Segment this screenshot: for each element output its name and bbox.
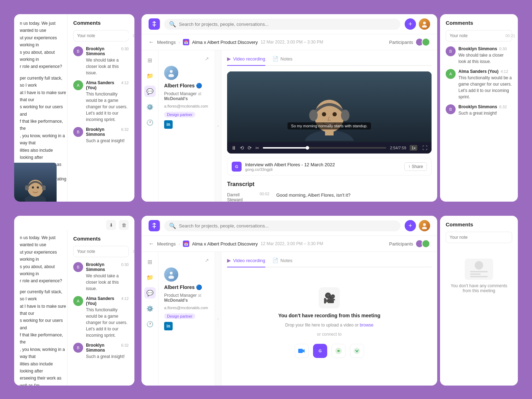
contact-name-bottom: Albert Flores 🔵 [164, 284, 209, 290]
external-link-icon-b[interactable]: ↗ [205, 258, 209, 263]
contact-name: Albert Flores 🔵 [164, 83, 209, 88]
trash-button[interactable]: 🗑 [119, 220, 129, 230]
linkedin-icon-bottom[interactable]: in [164, 322, 173, 330]
sidebar-icon-chat-b[interactable]: 💬 [144, 287, 156, 299]
sidebar-icon-gear[interactable]: ⚙️ [144, 101, 156, 112]
gong-url[interactable]: gong.co/33ngjdi [245, 167, 401, 172]
app-body-bottom: ⊞ 📁 💬 ⚙️ 🕐 ↗ Albert Flores 🔵 [141, 252, 437, 386]
external-link-icon[interactable]: ↗ [205, 56, 209, 62]
app-body: ⊞ 📁 💬 ⚙️ 🕐 ↗ Albert Flores [141, 50, 437, 202]
meeting-icon-bottom: 📅 [183, 241, 189, 247]
search-icon-bottom: 🔍 [169, 222, 176, 229]
svg-point-18 [422, 227, 427, 229]
search-input-bottom[interactable] [179, 223, 395, 229]
linkedin-icon[interactable]: in [164, 120, 173, 129]
transcript-row: Darrell Steward 00:02 Good morning, Albe… [227, 192, 432, 202]
contact-email-bottom: a.flores@mcdonalds.com [164, 306, 209, 310]
sidebar-icon-grid[interactable]: ⊞ [144, 54, 156, 66]
expand-sidebar-button-bottom[interactable]: ‹ [215, 252, 221, 386]
download-button[interactable]: ⬇ [106, 220, 116, 230]
rewind-button[interactable]: ⟲ [240, 145, 244, 151]
svg-point-7 [422, 25, 427, 28]
participants-bar: Participants [389, 38, 430, 46]
progress-dot [306, 146, 309, 150]
user-avatar[interactable] [419, 18, 430, 30]
sidebar-icon-clock[interactable]: 🕐 [144, 117, 156, 128]
comment-avatar-b3: B [73, 343, 83, 353]
gong-logo: G [232, 162, 242, 172]
note-input-bottom-partial[interactable]: 00:21 [73, 246, 129, 257]
meetings-link[interactable]: Meetings [157, 40, 176, 45]
comment-text: Such a great insight! [86, 138, 129, 144]
fullscreen-button[interactable]: ⛶ [422, 145, 427, 151]
contact-panel: ↗ Albert Flores 🔵 Product Manager at McD… [158, 50, 215, 202]
search-bar[interactable]: 🔍 [164, 19, 400, 30]
note-text-input[interactable] [77, 33, 130, 38]
note-input-right-bottom[interactable] [446, 232, 512, 243]
browse-link[interactable]: browse [360, 323, 374, 328]
svg-point-9 [168, 74, 174, 77]
note-text-bottom[interactable] [77, 249, 130, 254]
play-pause-button[interactable]: ⏸ [231, 145, 236, 151]
back-button-bottom[interactable]: ← [149, 241, 154, 247]
note-text-right-bottom[interactable] [450, 235, 508, 240]
back-button[interactable]: ← [149, 39, 154, 45]
note-input-area[interactable]: 00:21 [73, 30, 129, 41]
time-display: 2:54/7:59 [390, 146, 406, 150]
sidebar-icon-chat[interactable]: 💬 [144, 86, 156, 97]
sidebar-icon-folder[interactable]: 📁 [144, 70, 156, 81]
sidebar-icon-gear-b[interactable]: ⚙️ [144, 303, 156, 314]
comment-avatar-b2: A [73, 296, 83, 306]
gong-icon[interactable]: G [313, 344, 327, 358]
progress-bar[interactable] [263, 147, 386, 149]
sidebar-icon-folder-b[interactable]: 📁 [144, 272, 156, 283]
expand-sidebar-button[interactable]: ‹ [215, 50, 221, 202]
sidebar-icon-grid-b[interactable]: ⊞ [144, 256, 156, 267]
panel-header-buttons: ⬇ 🗑 [14, 216, 134, 230]
user-avatar-bottom[interactable] [419, 220, 430, 231]
video-tab-icon: ▶ [227, 56, 231, 62]
speed-button[interactable]: 1x [410, 145, 417, 151]
search-icon: 🔍 [169, 21, 176, 28]
illus-avatar [475, 261, 483, 270]
tab-video-recording[interactable]: ▶ Video recording [227, 56, 265, 66]
search-input[interactable] [179, 22, 395, 27]
search-bar-bottom[interactable]: 🔍 [164, 220, 400, 231]
no-comments-illustration [465, 259, 493, 280]
illus-line-3 [470, 276, 488, 277]
tab-notes-bottom[interactable]: 📄 Notes [272, 258, 293, 267]
video-tab-icon-b: ▶ [227, 258, 231, 263]
comment-content: Brooklyn Simmons 0:30 We should take a c… [86, 46, 129, 76]
tab-notes[interactable]: 📄 Notes [272, 56, 293, 66]
gong-bar: G Interview with Albert Flores - 12 Marc… [227, 158, 432, 175]
main-content-area: ▶ Video recording 📄 Notes [221, 50, 437, 202]
forward-button[interactable]: ⟳ [248, 145, 252, 151]
tab-video-recording-bottom[interactable]: ▶ Video recording [227, 258, 265, 267]
comment-avatar: A [73, 80, 83, 90]
transcript-partial: n us today. We just wanted to use ut you… [20, 20, 67, 70]
comment-content: Brooklyn Simmons 6:32 Such a great insig… [86, 127, 129, 144]
chorus-icon[interactable] [331, 344, 346, 358]
no-recording-subtitle: Drop your file here to upload a video or… [285, 323, 373, 328]
header-right: + [405, 18, 430, 30]
comment-item: B Brooklyn Simmons 0:30 We should take a… [73, 46, 129, 76]
comment-item-b1: B Brooklyn Simmons 0:30 We should take a… [73, 262, 129, 292]
comment-text: We should take a closer look at this iss… [86, 57, 129, 76]
sidebar-icon-clock-b[interactable]: 🕐 [144, 318, 156, 330]
note-input-right[interactable]: 00:21 [446, 30, 512, 41]
zoom-icon[interactable] [295, 344, 309, 358]
add-button[interactable]: + [405, 18, 416, 30]
scissors-button[interactable]: ✂ [255, 145, 259, 151]
note-text-right[interactable] [450, 33, 503, 38]
video-mock: So my morning normally starts with stand… [227, 71, 432, 142]
gong-title: Interview with Albert Flores - 12 March … [245, 162, 401, 167]
meetings-link-bottom[interactable]: Meetings [157, 241, 176, 247]
contact-tag: Design partner [164, 112, 195, 117]
datetime: 12 Mar 2022, 3:00 PM – 3:30 PM [261, 40, 323, 45]
note-timestamp: 00:21 [133, 34, 134, 38]
no-recording-icon: 🎥 [319, 287, 340, 308]
share-button[interactable]: ↑ Share [404, 162, 427, 171]
app-icon[interactable] [350, 344, 364, 358]
add-button-bottom[interactable]: + [405, 220, 416, 231]
participant-avatars-bottom [415, 239, 430, 248]
